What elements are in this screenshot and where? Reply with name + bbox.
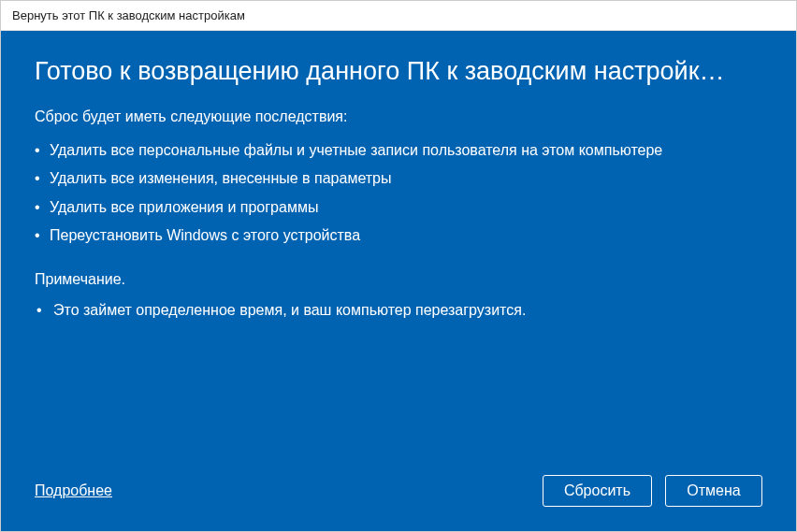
list-item: Удалить все изменения, внесенные в парам… (35, 165, 762, 193)
list-item: Это займет определенное время, и ваш ком… (35, 297, 762, 324)
list-item: Переустановить Windows с этого устройств… (35, 222, 762, 250)
list-item: Удалить все персональные файлы и учетные… (35, 137, 762, 165)
list-item: Удалить все приложения и программы (35, 194, 762, 222)
window-titlebar: Вернуть этот ПК к заводским настройкам (1, 1, 796, 31)
page-heading: Готово к возвращению данного ПК к заводс… (35, 57, 762, 86)
dialog-footer: Подробнее Сбросить Отмена (35, 475, 762, 507)
note-heading: Примечание. (35, 271, 762, 288)
learn-more-link[interactable]: Подробнее (35, 482, 112, 499)
window-title: Вернуть этот ПК к заводским настройкам (12, 8, 245, 22)
reset-button[interactable]: Сбросить (543, 475, 652, 507)
notes-list: Это займет определенное время, и ваш ком… (35, 297, 762, 324)
button-group: Сбросить Отмена (543, 475, 762, 507)
consequences-list: Удалить все персональные файлы и учетные… (35, 137, 762, 251)
reset-pc-dialog: Вернуть этот ПК к заводским настройкам Г… (0, 0, 797, 532)
dialog-content: Готово к возвращению данного ПК к заводс… (1, 31, 796, 531)
cancel-button[interactable]: Отмена (665, 475, 762, 507)
intro-text: Сброс будет иметь следующие последствия: (35, 108, 762, 125)
